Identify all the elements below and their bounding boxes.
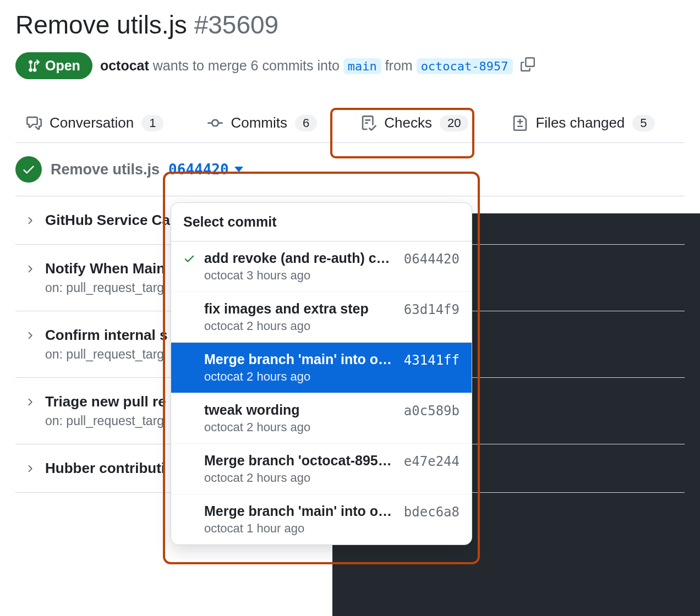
commit-option[interactable]: Merge branch 'octocat-8957' o…octocat 2 … bbox=[171, 444, 472, 494]
status-success-icon bbox=[15, 156, 42, 183]
tab-files[interactable]: Files changed 5 bbox=[512, 103, 654, 142]
pr-state-label: Open bbox=[45, 58, 80, 74]
pr-title-text: Remove utils.js bbox=[15, 10, 187, 39]
file-diff-icon bbox=[512, 116, 528, 131]
commit-option-sha: e47e244 bbox=[404, 453, 460, 469]
commit-option-meta: octocat 2 hours ago bbox=[204, 420, 397, 435]
commit-option-sha: 43141ff bbox=[404, 351, 460, 368]
git-pull-request-icon bbox=[28, 59, 41, 73]
check-run-title: Hubber contributi bbox=[45, 460, 165, 477]
tab-commits[interactable]: Commits 6 bbox=[207, 103, 317, 142]
commit-option-title: Merge branch 'main' into octoc… bbox=[204, 503, 397, 519]
commit-sha-dropdown[interactable]: 0644420 bbox=[168, 161, 243, 178]
commit-option-sha: 0644420 bbox=[404, 250, 460, 267]
check-icon bbox=[183, 252, 195, 265]
tab-files-label: Files changed bbox=[535, 114, 625, 131]
commit-option[interactable]: Merge branch 'main' into octoc…octocat 1… bbox=[171, 494, 472, 544]
tab-checks-label: Checks bbox=[384, 114, 432, 131]
commit-option-meta: octocat 3 hours ago bbox=[204, 268, 397, 283]
base-branch-chip[interactable]: main bbox=[343, 58, 381, 74]
pr-merge-text-2: from bbox=[385, 58, 413, 73]
commit-option-title: add revoke (and re-auth) copilo… bbox=[204, 250, 397, 266]
git-commit-icon bbox=[207, 116, 223, 131]
check-header: Remove utils.js 0644420 bbox=[15, 143, 685, 196]
comment-discussion-icon bbox=[26, 116, 42, 131]
commit-option-meta: octocat 2 hours ago bbox=[204, 319, 397, 333]
tab-conversation-label: Conversation bbox=[50, 114, 134, 131]
check-run-title: Triage new pull re bbox=[45, 393, 166, 410]
commit-option-title: fix images and extra step bbox=[204, 301, 397, 317]
commit-option-sha: 63d14f9 bbox=[404, 301, 460, 317]
chevron-right-icon bbox=[24, 463, 35, 476]
checklist-icon bbox=[361, 116, 376, 131]
commit-option[interactable]: fix images and extra stepoctocat 2 hours… bbox=[171, 292, 472, 343]
commit-option-sha: a0c589b bbox=[404, 402, 460, 419]
tab-commits-count: 6 bbox=[295, 115, 317, 131]
check-name: Remove utils.js bbox=[51, 161, 160, 178]
commit-option[interactable]: Merge branch 'main' into octoc…octocat 2… bbox=[171, 343, 472, 393]
chevron-right-icon bbox=[24, 263, 35, 277]
head-branch-chip[interactable]: octocat-8957 bbox=[417, 58, 513, 74]
pr-meta-row: Open octocat wants to merge 6 commits in… bbox=[15, 47, 685, 103]
tab-conversation-count: 1 bbox=[141, 115, 163, 131]
commit-option-sha: bdec6a8 bbox=[404, 503, 460, 520]
commit-option[interactable]: tweak wordingoctocat 2 hours agoa0c589b bbox=[171, 393, 472, 444]
commit-option-title: tweak wording bbox=[204, 402, 397, 418]
tab-conversation[interactable]: Conversation 1 bbox=[26, 103, 163, 142]
pr-number: #35609 bbox=[194, 10, 279, 39]
chevron-right-icon bbox=[24, 397, 35, 410]
check-run-title: Notify When Main bbox=[45, 260, 165, 277]
tab-files-count: 5 bbox=[632, 115, 654, 131]
check-run-title: GitHub Service Ca bbox=[45, 212, 170, 229]
pr-author[interactable]: octocat bbox=[100, 58, 149, 73]
check-run-title: Confirm internal s bbox=[45, 327, 167, 344]
pr-tabs: Conversation 1 Commits 6 Checks 20 Files… bbox=[15, 103, 685, 143]
pr-title: Remove utils.js #35609 bbox=[15, 0, 685, 47]
pr-merge-text-1: wants to merge 6 commits into bbox=[153, 58, 340, 73]
chevron-right-icon bbox=[24, 330, 35, 343]
check-run-event: on: pull_request_targ bbox=[45, 414, 166, 428]
tab-checks[interactable]: Checks 20 bbox=[361, 103, 468, 142]
commit-sha: 0644420 bbox=[168, 161, 229, 178]
commit-option-meta: octocat 2 hours ago bbox=[204, 370, 397, 384]
copy-icon[interactable] bbox=[521, 57, 535, 75]
check-run-event: on: pull_request_targ bbox=[45, 280, 165, 295]
dropdown-header: Select commit bbox=[171, 203, 472, 241]
commit-option-title: Merge branch 'octocat-8957' o… bbox=[204, 453, 397, 469]
tab-commits-label: Commits bbox=[231, 114, 287, 131]
commit-option-meta: octocat 1 hour ago bbox=[204, 521, 397, 536]
check-run-event: on: pull_request_targ bbox=[45, 347, 167, 362]
tab-checks-count: 20 bbox=[440, 115, 468, 131]
pr-state-badge: Open bbox=[15, 52, 92, 79]
pr-merge-text: octocat wants to merge 6 commits into ma… bbox=[100, 58, 513, 74]
commit-option-title: Merge branch 'main' into octoc… bbox=[204, 351, 397, 367]
commit-option-meta: octocat 2 hours ago bbox=[204, 471, 397, 485]
select-commit-dropdown: Select commit add revoke (and re-auth) c… bbox=[171, 202, 472, 545]
commit-option[interactable]: add revoke (and re-auth) copilo…octocat … bbox=[171, 241, 472, 292]
caret-down-icon bbox=[234, 167, 243, 172]
chevron-right-icon bbox=[24, 215, 35, 228]
